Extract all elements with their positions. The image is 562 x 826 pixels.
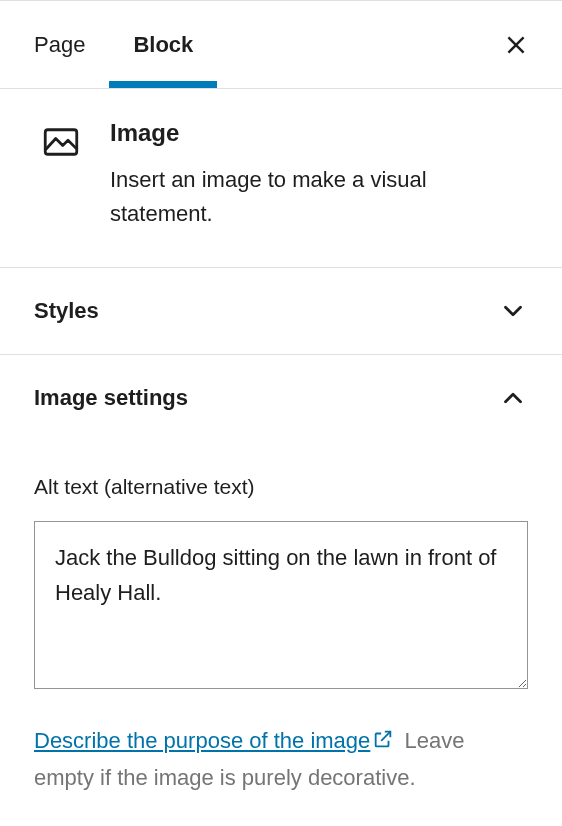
close-button[interactable] [500,29,532,61]
image-block-icon [40,121,82,231]
image-settings-section-title: Image settings [34,385,188,411]
tabs-header: Page Block [0,1,562,89]
block-info: Image Insert an image to make a visual s… [0,89,562,268]
tab-page[interactable]: Page [10,1,109,88]
block-text: Image Insert an image to make a visual s… [110,119,532,231]
block-title: Image [110,119,532,147]
image-settings-section-body: Alt text (alternative text) Describe the… [0,441,562,826]
styles-section-title: Styles [34,298,99,324]
block-description: Insert an image to make a visual stateme… [110,163,532,231]
describe-image-link[interactable]: Describe the purpose of the image [34,728,398,753]
alt-text-input[interactable] [34,521,528,689]
chevron-down-icon [498,296,528,326]
image-settings-section-header[interactable]: Image settings [0,355,562,441]
tabs: Page Block [0,1,217,88]
close-icon [503,32,529,58]
alt-text-label: Alt text (alternative text) [34,475,528,499]
alt-text-help: Describe the purpose of the image Leave … [34,723,528,795]
tab-block[interactable]: Block [109,1,217,88]
external-link-icon [372,725,394,760]
chevron-up-icon [498,383,528,413]
describe-image-link-text: Describe the purpose of the image [34,728,370,753]
block-inspector-panel: Page Block Image Insert an image to make… [0,0,562,826]
styles-section-header[interactable]: Styles [0,268,562,355]
